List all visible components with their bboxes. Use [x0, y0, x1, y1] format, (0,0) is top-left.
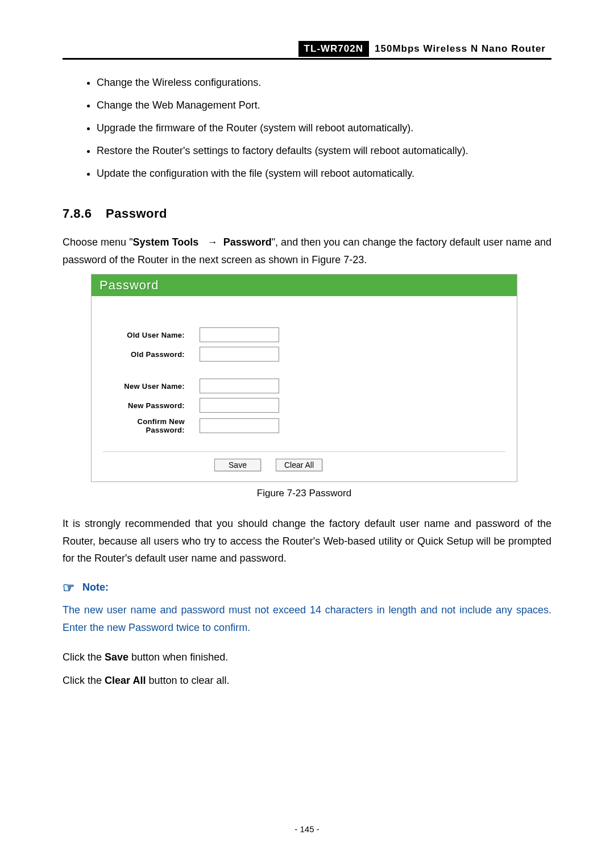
form-row: New Password:	[103, 398, 505, 413]
pointer-icon: ☞	[63, 580, 75, 595]
list-item: Update the configuration with the file (…	[97, 163, 551, 186]
password-figure: Password Old User Name: Old Password: Ne…	[91, 274, 517, 482]
confirm-password-input[interactable]	[200, 418, 279, 433]
old-user-input[interactable]	[200, 327, 279, 342]
new-password-input[interactable]	[200, 398, 279, 413]
model-label: TL-WR702N	[298, 41, 369, 57]
old-password-input[interactable]	[200, 347, 279, 362]
list-item: Restore the Router's settings to factory…	[97, 140, 551, 163]
form-row: Old Password:	[103, 347, 505, 362]
clear-all-button[interactable]: Clear All	[276, 459, 322, 471]
button-bar: Save Clear All	[103, 451, 505, 471]
form-row: New User Name:	[103, 379, 505, 393]
note-heading: ☞ Note:	[63, 580, 551, 596]
click-save-paragraph: Click the Save button when finished.	[63, 649, 551, 666]
note-text: The new user name and password must not …	[63, 601, 551, 636]
click-clear-paragraph: Click the Clear All button to clear all.	[63, 672, 551, 690]
panel-title: Password	[92, 275, 517, 296]
form-row: Confirm New Password:	[103, 417, 505, 434]
intro-paragraph: Choose menu "System Tools → Password", a…	[63, 234, 551, 268]
confirm-password-label: Confirm New Password:	[103, 417, 200, 434]
list-item: Upgrade the firmware of the Router (syst…	[97, 118, 551, 140]
panel-body: Old User Name: Old Password: New User Na…	[92, 296, 517, 481]
section-heading: 7.8.6 Password	[63, 206, 551, 221]
old-user-label: Old User Name:	[103, 331, 200, 339]
product-label: 150Mbps Wireless N Nano Router	[369, 41, 551, 57]
new-user-input[interactable]	[200, 379, 279, 393]
list-item: Change the Wireless configurations.	[97, 72, 551, 95]
old-credentials-group: Old User Name: Old Password:	[103, 327, 505, 362]
recommendation-paragraph: It is strongly recommended that you shou…	[63, 515, 551, 567]
new-user-label: New User Name:	[103, 382, 200, 391]
note-label: Note:	[82, 582, 109, 593]
bullet-list: Change the Wireless configurations. Chan…	[97, 72, 551, 186]
form-row: Old User Name:	[103, 327, 505, 342]
page-number: - 145 -	[0, 824, 614, 834]
new-password-label: New Password:	[103, 401, 200, 410]
section-number: 7.8.6	[63, 206, 92, 221]
list-item: Change the Web Management Port.	[97, 95, 551, 118]
save-button[interactable]: Save	[214, 459, 261, 471]
page-header: TL-WR702N 150Mbps Wireless N Nano Router	[63, 41, 551, 60]
old-password-label: Old Password:	[103, 350, 200, 359]
figure-caption: Figure 7-23 Password	[91, 488, 517, 499]
section-title: Password	[106, 206, 167, 221]
new-credentials-group: New User Name: New Password: Confirm New…	[103, 379, 505, 434]
